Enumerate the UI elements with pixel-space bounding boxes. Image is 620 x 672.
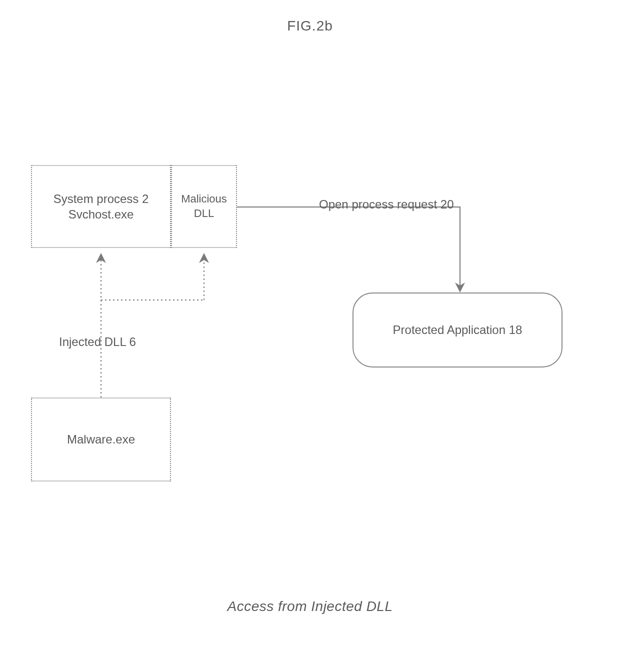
malware-label: Malware.exe: [67, 432, 135, 447]
label-injected-dll: Injected DLL 6: [59, 335, 136, 349]
malicious-dll-label-line2: DLL: [181, 206, 227, 221]
box-system-process: System process 2 Svchost.exe: [31, 165, 171, 248]
system-process-label-line2: Svchost.exe: [54, 206, 149, 222]
figure-caption: Access from Injected DLL: [0, 598, 620, 614]
figure-label: FIG.2b: [0, 18, 620, 34]
label-open-process-request: Open process request 20: [319, 198, 454, 212]
box-malware: Malware.exe: [31, 398, 171, 482]
box-protected-application: Protected Application 18: [352, 292, 562, 368]
protected-application-label: Protected Application 18: [393, 322, 522, 338]
box-malicious-dll: Malicious DLL: [171, 165, 237, 248]
malicious-dll-label-line1: Malicious: [181, 192, 227, 206]
system-process-label-line1: System process 2: [54, 191, 149, 206]
